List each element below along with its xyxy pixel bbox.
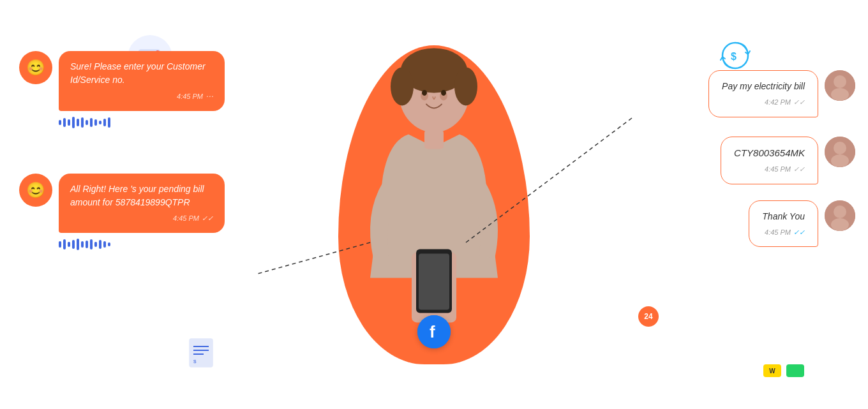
svg-point-30 (834, 75, 846, 88)
user-bubble-3-text: Thank You (762, 211, 805, 221)
svg-text:$: $ (193, 359, 197, 364)
bot-message-row-1: 😊 Sure! Please enter your Customer Id/Se… (19, 51, 225, 129)
user-message-row-1: Pay my electricity bill 4:42 PM ✓✓ (651, 70, 855, 117)
user-face-svg-3 (825, 200, 855, 231)
user-avatar-3 (825, 200, 855, 231)
bot-bubble-2: All Right! Here 's your pending bill amo… (59, 174, 225, 233)
wave-bar (103, 119, 106, 126)
audio-wave-1 (59, 116, 225, 129)
right-chat-section: Pay my electricity bill 4:42 PM ✓✓ CTY80… (651, 70, 855, 247)
facebook-icon: f (417, 315, 451, 348)
user-avatar-2 (825, 137, 855, 167)
left-chat-section: 😊 Sure! Please enter your Customer Id/Se… (19, 51, 225, 270)
app-icon-yellow: W (763, 364, 781, 377)
svg-point-33 (834, 142, 846, 154)
user-bubble-2: CTY8003654MK 4:45 PM ✓✓ (721, 137, 818, 184)
document-icon-container: $ (188, 338, 214, 371)
svg-point-37 (831, 218, 849, 231)
wave-bar (94, 119, 97, 126)
svg-point-16 (454, 67, 477, 105)
user-bubble-1-time: 4:42 PM (765, 97, 791, 108)
fb-icon-svg: f (417, 315, 451, 348)
user-message-row-3: Thank You 4:45 PM ✓✓ (651, 200, 855, 248)
user-bubble-2-time: 4:45 PM (765, 164, 791, 175)
wave-bar (63, 118, 66, 127)
person-illustration (345, 35, 523, 361)
refresh-dollar-svg: $ (718, 38, 753, 73)
user-face-svg-1 (825, 70, 855, 101)
bot-bubble-2-time: 4:45 PM (173, 213, 199, 224)
wave-bar (72, 117, 75, 128)
unread-badge: 24 (638, 306, 659, 327)
wave-bar (90, 239, 93, 249)
user-bubble-1: Pay my electricity bill 4:42 PM ✓✓ (708, 70, 818, 117)
bot-avatar-2: 😊 (19, 174, 52, 207)
svg-text:f: f (430, 322, 435, 341)
wave-bar (59, 120, 61, 125)
bot-bubble-1-time: 4:45 PM (177, 91, 203, 102)
svg-point-31 (831, 88, 849, 101)
svg-point-20 (441, 89, 446, 95)
wave-bar (72, 240, 75, 249)
user-avatar-1 (825, 70, 855, 101)
wave-bar (68, 119, 70, 126)
document-icon: $ (188, 338, 214, 368)
user-bubble-2-text: CTY8003654MK (734, 147, 805, 158)
svg-point-15 (391, 67, 414, 105)
wave-bar (86, 241, 88, 248)
check-icon-r2: ✓✓ (793, 164, 805, 175)
bot-message-row-2: 😊 All Right! Here 's your pending bill a… (19, 174, 225, 251)
wave-bar (63, 239, 66, 249)
user-bubble-1-text: Pay my electricity bill (722, 81, 805, 91)
wave-bar (81, 241, 84, 248)
bot-bubble-2-text: All Right! Here 's your pending bill amo… (70, 184, 204, 207)
user-face-svg-2 (825, 137, 855, 167)
wave-bar (77, 239, 79, 250)
wave-bar (81, 117, 84, 128)
message-icon-1: ⋯ (206, 91, 213, 102)
app-icons-container: W (763, 364, 804, 377)
user-bubble-3: Thank You 4:45 PM ✓✓ (749, 200, 818, 248)
wave-bar (59, 241, 61, 248)
bot-bubble-1: Sure! Please enter your Customer Id/Serv… (59, 51, 225, 111)
wave-bar (103, 241, 106, 248)
bot-avatar-1: 😊 (19, 51, 52, 84)
user-avatar-inner-1 (825, 70, 855, 101)
svg-rect-23 (419, 253, 449, 309)
wave-bar (90, 118, 93, 127)
audio-wave-2 (59, 238, 225, 251)
svg-point-19 (422, 89, 427, 95)
wave-bar (77, 119, 79, 126)
check-icon-r1: ✓✓ (793, 97, 805, 108)
check-icon-r3: ✓✓ (793, 227, 805, 238)
wave-bar (94, 242, 97, 247)
user-message-row-2: CTY8003654MK 4:45 PM ✓✓ (651, 137, 855, 184)
badge-count: 24 (644, 312, 652, 321)
wave-bar (108, 117, 110, 128)
user-bubble-3-time: 4:45 PM (765, 227, 791, 238)
app-icon-yellow-text: W (769, 368, 775, 375)
user-avatar-inner-3 (825, 200, 855, 231)
svg-point-34 (831, 154, 849, 167)
wave-bar (99, 121, 101, 124)
svg-text:$: $ (731, 51, 737, 62)
wave-bar (99, 240, 101, 249)
app-icon-green (786, 364, 804, 377)
check-icon-2: ✓✓ (202, 213, 213, 224)
user-avatar-inner-2 (825, 137, 855, 167)
wave-bar (86, 120, 88, 125)
payment-refresh-icon: $ (718, 38, 753, 73)
wave-bar (108, 242, 110, 246)
svg-rect-24 (424, 130, 444, 149)
wave-bar (68, 242, 70, 247)
bot-bubble-1-text: Sure! Please enter your Customer Id/Serv… (70, 61, 206, 85)
svg-point-36 (834, 205, 846, 218)
